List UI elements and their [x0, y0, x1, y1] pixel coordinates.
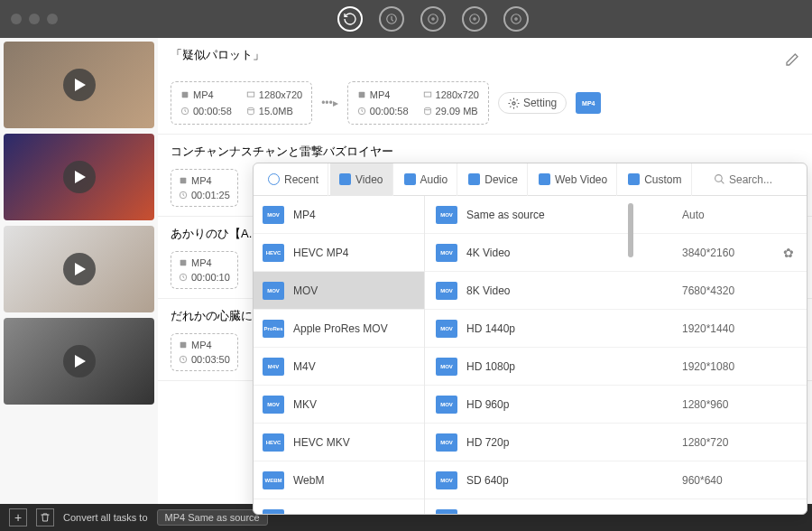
format-row[interactable]: HEVCHEVC MP4	[254, 234, 424, 272]
svg-point-14	[424, 107, 430, 110]
preset-row[interactable]: MOV4K Video3840*2160✿	[425, 234, 807, 272]
output-format-icon[interactable]: MP4	[576, 92, 601, 114]
output-format-select[interactable]: MP4 Same as source	[157, 509, 268, 526]
format-row[interactable]: MOVMKV	[254, 386, 424, 424]
svg-point-6	[515, 18, 517, 20]
preset-resolution: 7680*4320	[682, 284, 772, 297]
source-info-box: MP4 1280x720 00:00:58 15.0MB	[171, 81, 312, 125]
play-icon	[63, 161, 96, 193]
format-label: MP4	[293, 209, 316, 221]
preset-resolution: Auto	[682, 209, 772, 221]
format-label: MKV	[293, 398, 317, 411]
format-row[interactable]: WEBMWebM	[254, 461, 424, 499]
item-title: コンチャンナスチャンと雷撃バズロイヤー	[171, 144, 799, 160]
preset-row[interactable]: MOVHD 1080p1920*1080	[425, 348, 807, 386]
tool-film3-icon[interactable]	[503, 6, 529, 32]
video-icon	[339, 173, 351, 185]
format-icon: MOV	[263, 396, 284, 414]
preset-row[interactable]: MOV8K Video7680*4320	[425, 272, 807, 310]
tab-device[interactable]: Device	[459, 163, 528, 196]
svg-point-10	[247, 107, 254, 110]
popup-body: MOVMP4HEVCHEVC MP4MOVMOVProResApple ProR…	[254, 196, 807, 514]
format-icon: MOV	[436, 471, 457, 489]
tool-film2-icon[interactable]	[462, 6, 487, 32]
preset-resolution: 1920*1080	[682, 360, 772, 373]
play-icon	[63, 253, 96, 285]
tool-film1-icon[interactable]	[420, 6, 446, 32]
preset-row[interactable]: MOVHD 1440p1920*1440	[425, 310, 807, 348]
svg-point-5	[512, 14, 521, 24]
preset-resolution: 3840*2160	[682, 247, 772, 259]
format-row[interactable]: HEVCHEVC MKV	[254, 424, 424, 461]
format-icon: MOV	[436, 433, 457, 452]
scrollbar[interactable]	[628, 203, 633, 257]
preset-row[interactable]: MOVSD 640p960*640	[425, 461, 807, 499]
format-row[interactable]: MOVAVI	[254, 499, 424, 514]
format-label: M4V	[293, 360, 316, 373]
format-row[interactable]: M4VM4V	[254, 348, 424, 386]
convert-label: Convert all tasks to	[63, 512, 148, 523]
tab-audio[interactable]: Audio	[395, 163, 458, 196]
preset-row[interactable]: MOVSD 576p	[425, 499, 807, 514]
tool-convert-icon[interactable]	[337, 6, 363, 32]
tab-recent[interactable]: Recent	[259, 163, 328, 196]
svg-rect-18	[180, 260, 187, 266]
video-thumbnail[interactable]	[4, 134, 154, 220]
format-label: HEVC MKV	[293, 436, 350, 449]
preset-resolution: 1280*720	[682, 436, 772, 449]
format-icon: ProRes	[263, 320, 284, 338]
src-duration: 00:00:58	[180, 106, 232, 116]
preset-resolution: 1920*1440	[682, 322, 772, 335]
tab-custom[interactable]: Custom	[619, 163, 691, 196]
svg-rect-16	[180, 178, 187, 184]
format-row[interactable]: MOVMOV	[254, 272, 424, 310]
format-label: WebM	[293, 474, 324, 487]
search-icon	[714, 173, 725, 185]
dst-duration: 00:00:58	[357, 106, 409, 116]
source-info-box: MP4 00:01:25	[171, 169, 238, 207]
format-list: MOVMP4HEVCHEVC MP4MOVMOVProResApple ProR…	[254, 196, 425, 514]
play-icon	[63, 345, 96, 377]
preset-name: HD 720p	[466, 436, 673, 449]
gear-icon[interactable]: ✿	[781, 246, 796, 260]
svg-rect-12	[424, 92, 431, 97]
setting-button[interactable]: Setting	[498, 92, 567, 114]
window-min-dot[interactable]	[29, 14, 40, 24]
add-button[interactable]: +	[9, 508, 27, 526]
conversion-item: 「疑似パロット」 MP4 1280x720 00:00:58 15.0MB ••…	[158, 38, 812, 135]
dst-resolution: 1280x720	[423, 89, 479, 100]
src-format: MP4	[180, 89, 232, 100]
preset-row[interactable]: MOVHD 720p1280*720	[425, 424, 807, 461]
svg-rect-8	[247, 92, 254, 97]
dst-size: 29.09 MB	[423, 106, 479, 116]
format-icon: MOV	[263, 206, 284, 224]
titlebar	[0, 0, 812, 38]
preset-row[interactable]: MOVSame as sourceAuto	[425, 196, 807, 234]
format-label: AVI	[293, 512, 309, 515]
tab-webvideo[interactable]: Web Video	[530, 163, 617, 196]
video-thumbnail[interactable]	[4, 318, 154, 405]
recent-icon	[268, 173, 280, 185]
format-icon: MOV	[436, 320, 457, 338]
preset-name: Same as source	[466, 209, 673, 221]
format-icon: MOV	[263, 282, 284, 300]
src-resolution: 1280x720	[246, 89, 302, 100]
format-label: Apple ProRes MOV	[293, 322, 388, 335]
preset-list: MOVSame as sourceAutoMOV4K Video3840*216…	[425, 196, 807, 514]
preset-row[interactable]: MOVHD 960p1280*960	[425, 386, 807, 424]
edit-icon[interactable]	[785, 52, 799, 67]
preset-resolution: 1280*960	[682, 398, 772, 411]
video-thumbnail[interactable]	[4, 226, 154, 312]
svg-point-15	[512, 101, 515, 104]
window-max-dot[interactable]	[47, 14, 58, 24]
search-box[interactable]	[714, 173, 801, 186]
format-row[interactable]: ProResApple ProRes MOV	[254, 310, 424, 348]
src-size: 15.0MB	[246, 106, 302, 116]
format-row[interactable]: MOVMP4	[254, 196, 424, 234]
video-thumbnail[interactable]	[4, 42, 154, 128]
tool-download-icon[interactable]	[379, 6, 404, 32]
delete-button[interactable]	[36, 508, 54, 526]
window-close-dot[interactable]	[11, 14, 22, 24]
tab-video[interactable]: Video	[330, 163, 392, 196]
search-input[interactable]	[729, 173, 792, 186]
